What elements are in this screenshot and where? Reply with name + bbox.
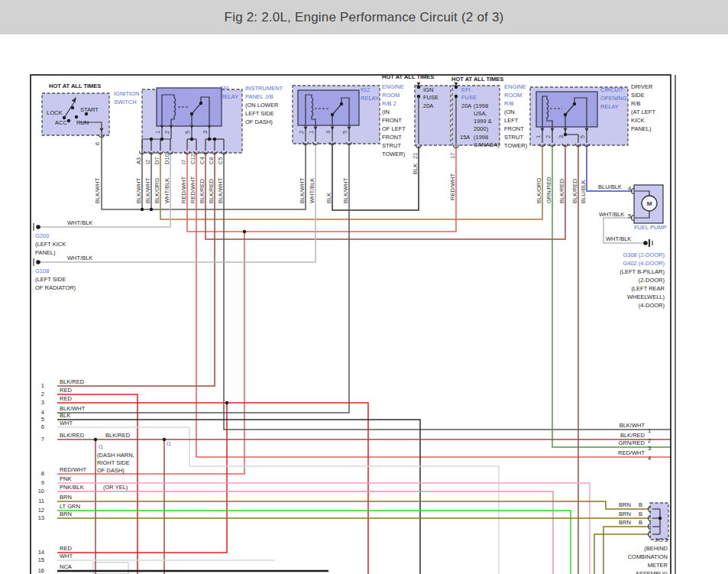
ground-dot [36, 225, 40, 229]
vlabel-cor-pins-2: 3 [558, 135, 565, 138]
vlabel-ignition-wire: BLK/WHT [94, 177, 101, 203]
cutoff-label-box [93, 563, 128, 574]
junction-dot [208, 138, 211, 141]
vlabel-ip_jb-connectors-4: I7 [180, 160, 187, 164]
wire-blk-21 [57, 420, 420, 574]
wire-ltgrn-29 [57, 511, 571, 574]
vlabel-ig2-wires-3: BLK/WHT [342, 177, 349, 203]
vlabel-ip_jb-wires-3: WHT/BLK [163, 178, 170, 203]
junction-dot [150, 208, 153, 211]
junction-dot [141, 208, 144, 211]
vlabel-ign_fuse-pin: 21 [412, 153, 419, 159]
vlabel-ip_jb-connectors-5: C12 [189, 154, 196, 164]
efi-relay-box [157, 88, 222, 126]
vlabel-ip_jb-wires-4: RED/WHT [180, 177, 187, 203]
vlabel-ig2-pins-3: 5 [341, 131, 348, 134]
ign-fuse-box [415, 86, 451, 145]
vlabel-ip_jb-connectors-8: C5 [217, 157, 224, 164]
vlabel-cor-pins-3: 5 [579, 135, 586, 138]
vlabel-ip_jb-wires-5: RED/WHT [189, 177, 196, 203]
diagram-border [31, 75, 671, 574]
vlabel-cor-wires-0: BLK/ORG [535, 177, 542, 203]
junction-dot [190, 138, 193, 141]
junction-dot [160, 138, 163, 141]
wire-red-19 [57, 403, 368, 574]
junction-dot [455, 86, 458, 89]
vlabel-ip_jb-connectors-7: C8 [208, 157, 215, 164]
junction-dot [63, 116, 66, 119]
junction-dot [67, 119, 70, 122]
junction-dot [71, 106, 74, 109]
wiring-diagram-page: Fig 2: 2.0L, Engine Performance Circuit … [0, 0, 728, 574]
junction-dot [455, 95, 458, 98]
vlabel-ign_fuse-wire: BLK [412, 164, 419, 174]
vlabel-ig2-wires-1: WHT/BLK [309, 178, 315, 203]
vlabel-ip_jb-wires-6: BLK/RED [199, 178, 205, 203]
junction-dot [573, 102, 576, 105]
vlabel-ig2-wires-2: BLK [325, 193, 332, 203]
vlabel-ignition-pin: 6 [94, 142, 101, 145]
vlabel-ip_jb-pins-0: 1 [154, 131, 161, 134]
wire-redwht-7 [196, 152, 671, 457]
vlabel-ip_jb-connectors-0: A3 [135, 157, 142, 164]
wire-blkwht-10 [224, 152, 671, 430]
vlabel-ip_jb-connectors-1: I2 [144, 160, 151, 164]
wire-red-18 [57, 394, 138, 574]
motor-letter: M [647, 200, 652, 207]
wire-blublk-16 [587, 144, 633, 191]
vlabel-ig2-pins-2: 3 [325, 131, 332, 134]
junction-dot [75, 115, 78, 118]
vlabel-ig2-pins-1: 1 [308, 131, 315, 134]
junction-dot [340, 102, 343, 105]
vlabel-ip_jb-pins-1: 2 [163, 131, 170, 134]
vlabel-ip_jb-pins-3: 3 [202, 131, 209, 134]
ground-dot [643, 241, 648, 245]
wire-brn-28 [57, 501, 649, 509]
wire-whtblk-11 [40, 143, 315, 262]
wire-wht-22 [57, 427, 499, 574]
ground-dot [36, 260, 40, 264]
vlabel-cor-wires-2: BLK/RED [558, 178, 565, 203]
junction-dot [94, 438, 97, 441]
junction-dot [163, 438, 166, 441]
vlabel-ip_jb-wires-2: BLK/ORG [154, 177, 160, 203]
junction-dot [190, 112, 193, 115]
junction-dot [243, 230, 246, 233]
junction-dot [417, 95, 420, 98]
junction-dot [225, 401, 228, 404]
vlabel-ip_jb-wires-1: BLK/WHT [144, 177, 151, 203]
vlabel-ip_jb-wires-8: BLK/WHT [217, 177, 224, 203]
vlabel-cor-wires-3: BLK/RED [571, 178, 578, 203]
vlabel-efi_fuse-pin: 17 [449, 153, 456, 159]
wire-redwht-6 [57, 232, 244, 474]
junction-dot [331, 113, 334, 116]
ig2-relay-box [298, 90, 359, 125]
junction-dot [417, 86, 420, 89]
junction-dot [150, 138, 153, 141]
wire-blkred-8 [205, 144, 565, 239]
vlabel-efi_fuse-wire: RED/WHT [449, 173, 456, 200]
wire-brn-32 [594, 534, 649, 574]
vlabel-cor-wires-1: GRN/RED [545, 177, 552, 203]
vlabel-ip_jb-connectors-2: D7 [154, 157, 160, 164]
vlabel-ip_jb-connectors-6: C4 [199, 157, 205, 164]
wire-pnkblk-27 [57, 491, 553, 574]
junction-dot [85, 112, 88, 115]
vlabel-ip_jb-wires-7: BLK/RED [208, 178, 215, 203]
wiring-diagram-svg: 6BLK/WHT21BLK17RED/WHTA3BLK/WHTI2BLK/WHT… [0, 0, 728, 574]
vlabel-ip_jb-connectors-3: D10 [163, 154, 170, 164]
vlabel-ig2-wires-0: BLK/WHT [299, 177, 306, 203]
circuit-opening-relay-box [536, 92, 597, 127]
efi-fuse-box [452, 86, 500, 145]
vlabel-ip_jb-wires-0: BLK/WHT [135, 177, 142, 203]
vlabel-ip_jb-pins-2: 5 [184, 131, 191, 134]
vlabel-cor-wires-4: BLU/BLK [580, 180, 587, 203]
junction-dot [213, 138, 216, 141]
vlabel-ig2-pins-0: 2 [298, 131, 305, 134]
vlabel-cor-pins-1: 2 [545, 135, 552, 138]
junction-dot [564, 113, 567, 116]
junction-dot [199, 102, 202, 105]
wire-red-20 [57, 403, 227, 553]
junction-dot [658, 517, 662, 520]
vlabel-cor-pins-0: 1 [535, 135, 542, 138]
